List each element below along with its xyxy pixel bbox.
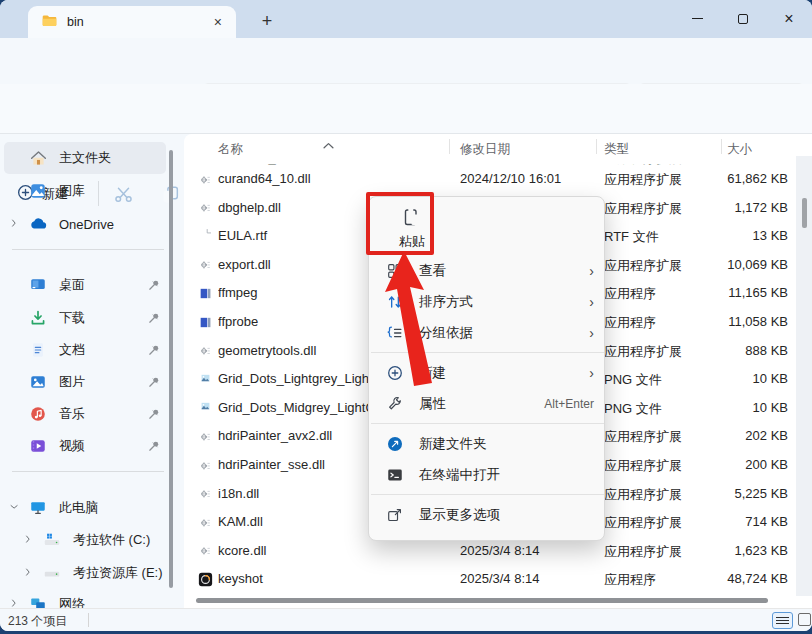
sidebar-item-label: 文档 xyxy=(50,341,142,359)
expander-chevron-icon[interactable] xyxy=(4,218,26,230)
menu-item-属性[interactable]: 属性Alt+Enter xyxy=(369,388,606,419)
properties-icon xyxy=(385,395,405,413)
sidebar-divider xyxy=(12,471,164,472)
expander-chevron-icon[interactable] xyxy=(4,502,26,514)
home-icon xyxy=(26,149,50,168)
menu-item-排序方式[interactable]: 排序方式› xyxy=(369,286,606,317)
menu-divider xyxy=(371,423,604,424)
png-file-icon xyxy=(197,399,214,416)
menu-item-显示更多选项[interactable]: 显示更多选项 xyxy=(369,499,606,530)
dll-file-icon xyxy=(197,542,214,559)
music-icon xyxy=(26,405,50,423)
sidebar-item-图库[interactable]: 图库 xyxy=(4,175,166,207)
column-divider[interactable] xyxy=(596,139,597,154)
file-size: 888 KB xyxy=(659,343,788,358)
pin-icon xyxy=(142,407,166,421)
menu-item-在终端中打开[interactable]: 在终端中打开 xyxy=(369,459,606,490)
file-row-curand64_10.dll[interactable]: curand64_10.dll2024/12/10 16:01应用程序扩展61,… xyxy=(184,165,795,194)
sidebar-item-label: 视频 xyxy=(50,437,142,455)
expander-chevron-icon[interactable] xyxy=(18,534,40,546)
context-menu-items: 查看›排序方式›分组依据›新建›属性Alt+Enter新建文件夹在终端中打开显示… xyxy=(369,255,606,530)
tab-bin[interactable]: bin × xyxy=(28,6,236,38)
submenu-chevron-icon: › xyxy=(589,294,594,310)
sidebar-item-OneDrive[interactable]: OneDrive xyxy=(4,208,166,240)
menu-item-分组依据[interactable]: 分组依据› xyxy=(369,317,606,348)
sidebar-item-此电脑[interactable]: 此电脑 xyxy=(4,492,166,524)
sidebar-item-图片[interactable]: 图片 xyxy=(4,366,166,398)
dll-file-icon xyxy=(197,428,214,445)
maximize-button[interactable] xyxy=(720,0,766,37)
file-size: 1,172 KB xyxy=(659,200,788,215)
documents-icon xyxy=(26,341,50,359)
more-options-icon xyxy=(385,506,405,524)
dll-file-icon xyxy=(197,485,214,502)
status-bar: 213 个项目 xyxy=(0,608,812,631)
thumbnail-view-toggle[interactable] xyxy=(798,613,811,626)
window-controls: × xyxy=(674,0,812,37)
expander-chevron-icon[interactable] xyxy=(18,567,40,579)
sidebar-item-label: OneDrive xyxy=(50,217,166,232)
file-date-modified: 2025/3/4 8:14 xyxy=(460,571,540,586)
file-size: 5,225 KB xyxy=(659,486,788,501)
videos-icon xyxy=(26,437,50,455)
sidebar-item-label: 桌面 xyxy=(50,276,142,294)
sidebar-item-label: 图库 xyxy=(50,182,166,200)
sidebar-item-主文件夹[interactable]: 主文件夹 xyxy=(4,142,166,174)
submenu-chevron-icon: › xyxy=(589,263,594,279)
menu-item-label: 排序方式 xyxy=(419,293,575,311)
new-tab-button[interactable]: + xyxy=(252,6,282,36)
file-type: PNG 文件 xyxy=(604,371,662,389)
file-size: 1,623 KB xyxy=(659,543,788,558)
file-row-keyshot[interactable]: keyshot2025/3/4 8:14应用程序48,724 KB xyxy=(184,565,795,594)
pin-icon xyxy=(142,343,166,357)
sidebar-item-label: 图片 xyxy=(50,373,142,391)
file-type: PNG 文件 xyxy=(604,400,662,418)
submenu-chevron-icon: › xyxy=(589,325,594,341)
png-file-icon xyxy=(197,371,214,388)
close-button[interactable]: × xyxy=(766,0,812,37)
sidebar-item-音乐[interactable]: 音乐 xyxy=(4,398,166,430)
vertical-scrollbar-thumb[interactable] xyxy=(802,198,807,228)
drive-icon xyxy=(40,564,64,582)
sidebar-item-考拉资源库 (E:)[interactable]: 考拉资源库 (E:) xyxy=(4,557,166,589)
menu-item-新建文件夹[interactable]: 新建文件夹 xyxy=(369,428,606,459)
annotation-highlight-box xyxy=(366,192,434,255)
column-divider[interactable] xyxy=(721,139,722,154)
sidebar-item-文档[interactable]: 文档 xyxy=(4,334,166,366)
tab-strip: bin × + × xyxy=(0,0,812,38)
group-by-icon xyxy=(385,324,405,342)
sidebar-item-考拉软件 (C:)[interactable]: 考拉软件 (C:) xyxy=(4,524,166,556)
tab-close-icon[interactable]: × xyxy=(210,14,226,30)
file-date-modified: 2024/12/10 16:01 xyxy=(460,171,561,186)
dll-file-icon xyxy=(197,514,214,531)
toolbar: 新建 ˅ 排序 ˅ 查看 ˅ ··· 详细信息 xyxy=(0,84,812,134)
terminal-icon xyxy=(385,466,405,484)
sidebar-item-label: 此电脑 xyxy=(50,499,166,517)
menu-item-label: 属性 xyxy=(419,395,530,413)
menu-item-label: 查看 xyxy=(419,262,575,280)
minimize-button[interactable] xyxy=(674,0,720,37)
horizontal-scrollbar-thumb[interactable] xyxy=(196,598,768,603)
sidebar-item-下载[interactable]: 下载 xyxy=(4,302,166,334)
menu-item-查看[interactable]: 查看› xyxy=(369,255,606,286)
tab-title: bin xyxy=(67,15,84,29)
column-divider[interactable] xyxy=(449,139,450,154)
menu-item-新建[interactable]: 新建› xyxy=(369,357,606,388)
sidebar-scrollbar[interactable] xyxy=(169,150,173,588)
pin-icon xyxy=(142,375,166,389)
file-date-modified: 2024/12/10 16:01 xyxy=(460,156,561,165)
menu-divider xyxy=(371,494,604,495)
gallery-icon xyxy=(26,182,50,200)
sidebar-item-label: 考拉软件 (C:) xyxy=(64,531,166,549)
app-file-icon xyxy=(197,314,214,331)
sidebar-item-桌面[interactable]: 桌面 xyxy=(4,269,166,301)
details-view-toggle[interactable] xyxy=(772,612,793,629)
file-row-kcore.dll[interactable]: kcore.dll2025/3/4 8:14应用程序扩展1,623 KB xyxy=(184,537,795,566)
status-divider xyxy=(88,613,89,627)
file-type: 应用程序 xyxy=(604,285,656,303)
this-pc-icon xyxy=(26,499,50,517)
keyshot-file-icon xyxy=(197,571,214,588)
sidebar-item-视频[interactable]: 视频 xyxy=(4,430,166,462)
file-size: 10 KB xyxy=(659,400,788,415)
desktop-icon xyxy=(26,276,50,294)
